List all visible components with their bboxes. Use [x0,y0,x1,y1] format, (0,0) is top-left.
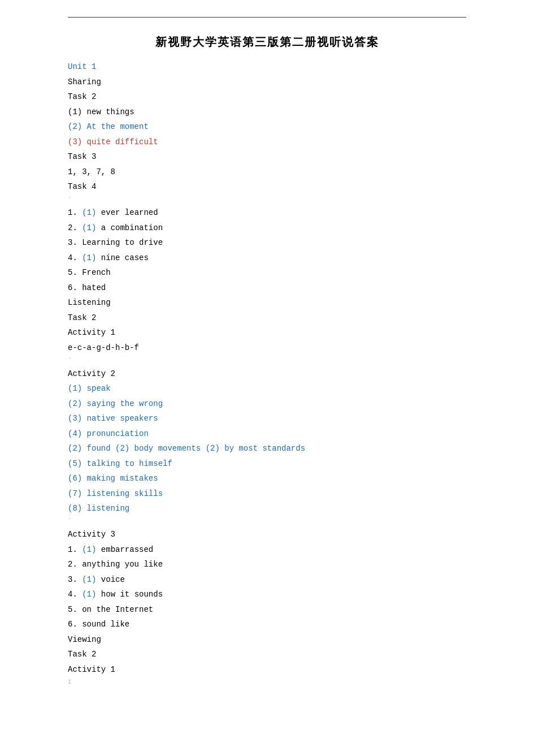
content-line-15: 6. hated [68,281,466,295]
content-line-33: 1. (1) embarrassed [68,543,466,557]
content-line-31: ˉ [68,517,466,527]
content-line-8: Task 4 [68,180,466,194]
content-line-26: (2) found (2) body movements (2) by most… [68,442,466,456]
content-line-3: (1) new things [68,105,466,119]
content-line-9: ˈ [68,195,466,205]
content-line-12: 3. Learning to drive [68,236,466,250]
content-line-28: (6) making mistakes [68,472,466,486]
content-area: Unit 1SharingTask 2(1) new things(2) At … [68,60,466,688]
page-title: 新视野大学英语第三版第二册视听说答案 [68,34,466,50]
content-line-7: 1, 3, 7, 8 [68,165,466,179]
content-line-5: (3) quite difficult [68,135,466,149]
content-line-34: 2. anything you like [68,558,466,572]
content-line-10: 1. (1) ever learned [68,206,466,220]
content-line-37: 5. on the Internet [68,603,466,617]
content-line-35: 3. (1) voice [68,573,466,587]
content-line-36: 4. (1) how it sounds [68,587,466,602]
content-line-13: 4. (1) nine cases [68,251,466,265]
content-line-18: Activity 1 [68,326,466,340]
content-line-21: Activity 2 [68,367,466,381]
content-line-20: ˈ [68,356,466,366]
content-line-38: 6. sound like [68,617,466,632]
content-line-42: i [68,677,466,688]
content-line-6: Task 3 [68,150,466,164]
content-line-17: Task 2 [68,311,466,325]
content-line-25: (4) pronunciation [68,427,466,441]
content-line-40: Task 2 [68,647,466,662]
content-line-39: Viewing [68,633,466,647]
top-border [68,17,466,18]
content-line-19: e-c-a-g-d-h-b-f [68,341,466,355]
content-line-41: Activity 1 [68,663,466,677]
content-line-27: (5) talking to himself [68,457,466,471]
content-line-2: Task 2 [68,90,466,104]
content-line-23: (2) saying the wrong [68,397,466,411]
content-line-0: Unit 1 [68,60,466,74]
content-line-16: Listening [68,296,466,310]
content-line-29: (7) listening skills [68,487,466,501]
content-line-24: (3) native speakers [68,412,466,426]
content-line-1: Sharing [68,75,466,89]
content-line-22: (1) speak [68,382,466,396]
content-line-14: 5. French [68,266,466,280]
content-line-11: 2. (1) a combination [68,221,466,235]
content-line-4: (2) At the moment [68,120,466,134]
content-line-32: Activity 3 [68,528,466,542]
content-line-30: (8) listening [68,502,466,516]
